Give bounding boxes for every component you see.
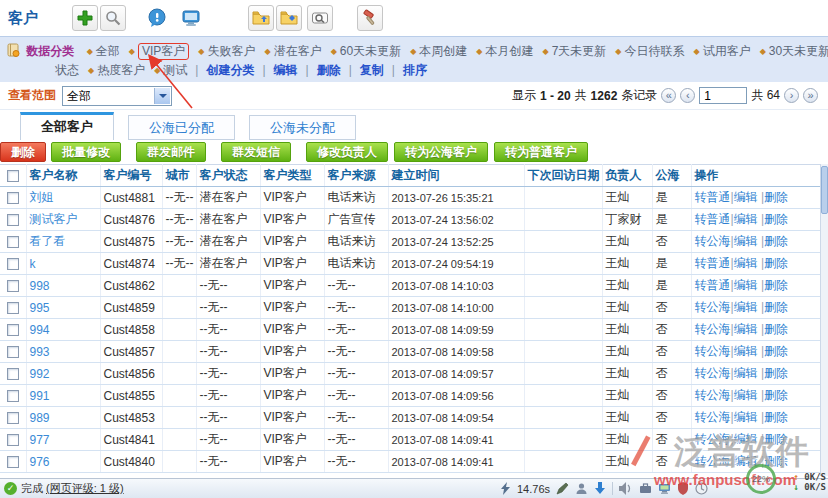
customer-name-link[interactable]: 993	[30, 345, 50, 359]
op-transfer-link[interactable]: 转普通	[695, 278, 731, 292]
op-transfer-link[interactable]: 转普通	[695, 256, 731, 270]
category-link[interactable]: 失败客户	[208, 44, 256, 58]
op-edit-link[interactable]: 编辑	[734, 410, 758, 424]
category-action-link[interactable]: 删除	[317, 63, 341, 77]
category-link[interactable]: 潜在客户	[274, 44, 322, 58]
customer-name-link[interactable]: 977	[30, 433, 50, 447]
tab[interactable]: 公海已分配	[128, 115, 235, 140]
op-transfer-link[interactable]: 转公海	[695, 366, 731, 380]
op-delete-link[interactable]: 删除	[764, 410, 788, 424]
tools-button[interactable]	[357, 5, 383, 31]
op-edit-link[interactable]: 编辑	[734, 190, 758, 204]
customer-name-link[interactable]: 测试客户	[30, 212, 78, 226]
customer-name-link[interactable]: 刘姐	[30, 190, 54, 204]
category-link[interactable]: 今日待联系	[624, 44, 684, 58]
op-edit-link[interactable]: 编辑	[734, 278, 758, 292]
op-delete-link[interactable]: 删除	[764, 190, 788, 204]
action-button[interactable]: 删除	[0, 142, 46, 162]
advanced-search-button[interactable]	[307, 5, 333, 31]
customer-name-link[interactable]: 976	[30, 455, 50, 469]
category-link[interactable]: 本月创建	[485, 44, 533, 58]
row-checkbox[interactable]	[7, 324, 19, 336]
op-delete-link[interactable]: 删除	[764, 234, 788, 248]
row-checkbox[interactable]	[7, 412, 19, 424]
category-link[interactable]: 测试	[163, 63, 187, 77]
row-checkbox[interactable]	[7, 280, 19, 292]
op-delete-link[interactable]: 删除	[764, 432, 788, 446]
message-button[interactable]	[144, 5, 170, 31]
category-action-link[interactable]: 编辑	[274, 63, 298, 77]
tray-briefcase-icon[interactable]	[639, 482, 652, 495]
op-edit-link[interactable]: 编辑	[734, 432, 758, 446]
op-edit-link[interactable]: 编辑	[734, 322, 758, 336]
row-checkbox[interactable]	[7, 258, 19, 270]
prev-page-button[interactable]: ‹	[680, 88, 695, 103]
customer-name-link[interactable]: 995	[30, 301, 50, 315]
customer-name-link[interactable]: 991	[30, 389, 50, 403]
tab[interactable]: 全部客户	[20, 112, 114, 140]
select-all-checkbox[interactable]	[7, 170, 19, 182]
op-edit-link[interactable]: 编辑	[734, 234, 758, 248]
next-page-button[interactable]: ›	[784, 88, 799, 103]
customer-name-link[interactable]: 989	[30, 411, 50, 425]
category-link[interactable]: 30天未更新	[769, 44, 828, 58]
import-button[interactable]	[276, 5, 302, 31]
category-action-link[interactable]: 创建分类	[206, 63, 254, 77]
speaker-icon[interactable]	[619, 482, 633, 495]
customer-name-link[interactable]: 998	[30, 279, 50, 293]
op-delete-link[interactable]: 删除	[764, 322, 788, 336]
customer-name-link[interactable]: 994	[30, 323, 50, 337]
category-link[interactable]: 本周创建	[419, 44, 467, 58]
download-icon[interactable]	[594, 482, 606, 495]
page-rating-link[interactable]: (网页评级: 1 级)	[46, 481, 124, 496]
op-transfer-link[interactable]: 转公海	[695, 432, 731, 446]
op-transfer-link[interactable]: 转公海	[695, 300, 731, 314]
scrollbar-track[interactable]	[820, 164, 828, 476]
action-button[interactable]: 批量修改	[51, 142, 121, 162]
row-checkbox[interactable]	[7, 456, 19, 468]
op-transfer-link[interactable]: 转公海	[695, 344, 731, 358]
action-button[interactable]: 群发短信	[221, 142, 291, 162]
category-link[interactable]: 状态	[55, 63, 79, 77]
row-checkbox[interactable]	[7, 346, 19, 358]
op-edit-link[interactable]: 编辑	[734, 388, 758, 402]
row-checkbox[interactable]	[7, 368, 19, 380]
op-delete-link[interactable]: 删除	[764, 278, 788, 292]
row-checkbox[interactable]	[7, 434, 19, 446]
row-checkbox[interactable]	[7, 214, 19, 226]
op-transfer-link[interactable]: 转公海	[695, 322, 731, 336]
op-edit-link[interactable]: 编辑	[734, 256, 758, 270]
action-button[interactable]: 转为普通客户	[494, 142, 588, 162]
customer-name-link[interactable]: k	[30, 257, 36, 271]
row-checkbox[interactable]	[7, 236, 19, 248]
tab[interactable]: 公海未分配	[249, 115, 356, 140]
pen-icon[interactable]	[556, 482, 569, 495]
user-icon[interactable]	[575, 482, 588, 495]
op-delete-link[interactable]: 删除	[764, 256, 788, 270]
add-button[interactable]	[72, 5, 98, 31]
category-link[interactable]: 热度客户	[97, 63, 145, 77]
op-transfer-link[interactable]: 转公海	[695, 454, 731, 468]
page-number-input[interactable]	[699, 87, 747, 104]
op-edit-link[interactable]: 编辑	[734, 212, 758, 226]
row-checkbox[interactable]	[7, 192, 19, 204]
op-delete-link[interactable]: 删除	[764, 388, 788, 402]
op-edit-link[interactable]: 编辑	[734, 454, 758, 468]
category-link[interactable]: 全部	[96, 44, 120, 58]
category-link-highlighted[interactable]: VIP客户	[138, 43, 189, 60]
op-edit-link[interactable]: 编辑	[734, 344, 758, 358]
scope-select[interactable]: 全部	[62, 86, 172, 106]
op-transfer-link[interactable]: 转普通	[695, 212, 731, 226]
category-action-link[interactable]: 复制	[360, 63, 384, 77]
action-button[interactable]: 群发邮件	[136, 142, 206, 162]
op-transfer-link[interactable]: 转公海	[695, 410, 731, 424]
row-checkbox[interactable]	[7, 390, 19, 402]
op-transfer-link[interactable]: 转公海	[695, 234, 731, 248]
op-delete-link[interactable]: 删除	[764, 300, 788, 314]
search-button[interactable]	[100, 5, 126, 31]
op-edit-link[interactable]: 编辑	[734, 300, 758, 314]
op-delete-link[interactable]: 删除	[764, 454, 788, 468]
category-action-link[interactable]: 排序	[403, 63, 427, 77]
category-link[interactable]: 试用客户	[703, 44, 751, 58]
scrollbar-thumb[interactable]	[821, 166, 828, 214]
